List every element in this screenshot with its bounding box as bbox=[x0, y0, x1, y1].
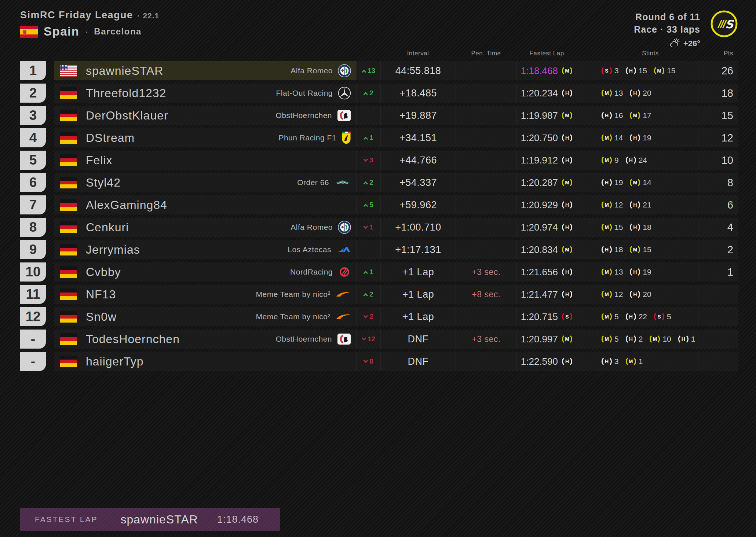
mclaren-logo-icon bbox=[336, 313, 351, 320]
fastest-lap-value: 1:20.929 bbox=[521, 199, 558, 211]
fastest-lap-cell: 1:20.834 M bbox=[516, 240, 577, 259]
row-spacer bbox=[46, 330, 54, 349]
position-change: 1 bbox=[356, 218, 380, 237]
stint-lap-count: 12 bbox=[614, 290, 623, 299]
tire-H-icon: H bbox=[602, 244, 612, 255]
tire-H-icon: H bbox=[626, 334, 636, 344]
fastest-lap-cell: 1:20.929 H bbox=[516, 195, 577, 214]
column-header-pts: Pts bbox=[698, 50, 738, 57]
stint-lap-count: 12 bbox=[614, 201, 623, 209]
tire-H-icon: H bbox=[562, 155, 572, 165]
fastest-lap-time: 1:18.468 bbox=[217, 514, 259, 525]
row-spacer bbox=[46, 218, 54, 237]
driver-cell: Felix bbox=[54, 151, 356, 170]
team-info: Alfa Romeo bbox=[291, 221, 353, 234]
table-row[interactable]: 7 AlexGaming84 5 +59.962 1:20.929 H M12H… bbox=[20, 195, 738, 214]
tire-M-icon: M bbox=[602, 200, 612, 210]
points-value: 26 bbox=[698, 61, 738, 80]
driver-cell: Styl42 Order 66 bbox=[54, 173, 356, 192]
fastest-lap-value: 1:20.287 bbox=[521, 177, 558, 188]
fastest-lap-cell: 1:20.974 H bbox=[516, 218, 577, 237]
tire-H-icon: H bbox=[562, 267, 572, 277]
table-row[interactable]: 3 DerObstKlauer ObstHoernchen +19.887 1:… bbox=[20, 106, 738, 125]
table-row[interactable]: 11 NF13 Meme Team by nico² 2 +1 Lap +8 s… bbox=[20, 285, 738, 304]
de-flag-icon bbox=[60, 311, 77, 323]
league-version: · 22.1 bbox=[138, 11, 160, 20]
row-spacer bbox=[46, 61, 54, 80]
fastest-lap-value: 1:20.715 bbox=[521, 311, 558, 323]
fastest-lap-cell: 1:22.590 H bbox=[516, 352, 577, 371]
table-row[interactable]: 12 Sn0w Meme Team by nico² 2 +1 Lap 1:20… bbox=[20, 307, 738, 326]
table-row[interactable]: 5 Felix 3 +44.766 1:19.912 H M9H24 10 bbox=[20, 151, 738, 170]
driver-cell: DerObstKlauer ObstHoernchen bbox=[54, 106, 356, 125]
tire-M-icon: M bbox=[602, 312, 612, 322]
points-value: 4 bbox=[698, 218, 738, 237]
fastest-lap-cell: 1:20.997 M bbox=[516, 330, 577, 349]
points-value: 15 bbox=[698, 106, 738, 125]
table-row[interactable]: 9 Jerrymias Los Aztecas +1:17.131 1:20.8… bbox=[20, 240, 738, 259]
position-badge: 4 bbox=[20, 128, 46, 147]
stints-cell: M5H22S5 bbox=[577, 307, 698, 326]
position-badge: 12 bbox=[20, 307, 46, 326]
stints-cell: M13H20 bbox=[577, 84, 698, 103]
stint-lap-count: 19 bbox=[643, 133, 651, 142]
stint-lap-count: 15 bbox=[614, 223, 623, 232]
fastest-lap-value: 1:18.468 bbox=[521, 65, 558, 77]
position-change: 2 bbox=[356, 285, 380, 304]
stint-lap-count: 16 bbox=[614, 111, 623, 120]
driver-name: DStream bbox=[86, 131, 135, 145]
fastest-lap-value: 1:20.234 bbox=[521, 88, 558, 99]
tire-S-icon: S bbox=[602, 66, 612, 76]
points-value: 1 bbox=[698, 262, 738, 282]
table-row[interactable]: 1 spawnieSTAR Alfa Romeo 13 44:55.818 1:… bbox=[20, 61, 738, 80]
tire-M-icon: M bbox=[562, 334, 572, 344]
de-flag-icon bbox=[60, 288, 77, 300]
position-change: 1 bbox=[356, 128, 380, 147]
tire-S-icon: S bbox=[654, 312, 664, 322]
table-row[interactable]: - TodesHoernchen ObstHoernchen 12 DNF +3… bbox=[20, 330, 738, 349]
stint-lap-count: 1 bbox=[691, 335, 695, 343]
driver-name: Felix bbox=[86, 154, 113, 167]
tire-M-icon: M bbox=[602, 88, 612, 98]
table-row[interactable]: - haiigerTyp 8 DNF 1:22.590 H H3M1 bbox=[20, 352, 738, 371]
table-row[interactable]: 10 Cvbby NordRacing 1 +1 Lap +3 sec. 1:2… bbox=[20, 262, 738, 282]
tire-M-icon: M bbox=[650, 334, 660, 344]
row-spacer bbox=[46, 240, 54, 259]
tire-H-icon: H bbox=[630, 289, 640, 299]
position-badge: 1 bbox=[20, 61, 46, 80]
position-change: 2 bbox=[356, 307, 380, 326]
results-rows: 1 spawnieSTAR Alfa Romeo 13 44:55.818 1:… bbox=[20, 61, 738, 371]
tire-M-icon: M bbox=[654, 66, 664, 76]
team-name: ObstHoernchen bbox=[275, 335, 332, 343]
session-info: Round 6 of 11 Race · 33 laps +26° bbox=[634, 10, 738, 49]
column-headers: Interval Pen. Time Fastest Lap Stints Pt… bbox=[20, 49, 738, 58]
fastest-lap-cell: 1:20.715 S bbox=[516, 307, 577, 326]
interval-value: +1:17.131 bbox=[380, 240, 456, 259]
column-header-pen-time: Pen. Time bbox=[456, 50, 516, 57]
position-badge: - bbox=[20, 352, 46, 371]
column-header-interval: Interval bbox=[380, 50, 456, 57]
tire-H-icon: H bbox=[630, 222, 640, 232]
penalty-time bbox=[456, 195, 516, 214]
chevron-up-icon bbox=[364, 293, 368, 298]
position-badge: 2 bbox=[20, 84, 46, 103]
driver-name: Sn0w bbox=[86, 310, 117, 324]
interval-value: +34.151 bbox=[380, 128, 456, 147]
penalty-time bbox=[456, 307, 516, 326]
tire-H-icon: H bbox=[626, 312, 636, 322]
driver-cell: TodesHoernchen ObstHoernchen bbox=[54, 330, 356, 349]
stint-lap-count: 10 bbox=[662, 335, 671, 343]
driver-cell: spawnieSTAR Alfa Romeo bbox=[54, 61, 356, 80]
table-row[interactable]: 2 Threefold1232 Flat-Out Racing 2 +18.48… bbox=[20, 84, 738, 103]
interval-value: +1:00.710 bbox=[380, 218, 456, 237]
de-flag-icon bbox=[60, 356, 77, 367]
row-spacer bbox=[46, 128, 54, 147]
interval-value: +1 Lap bbox=[380, 262, 456, 282]
driver-cell: NF13 Meme Team by nico² bbox=[54, 285, 356, 304]
points-value bbox=[698, 330, 738, 349]
table-row[interactable]: 8 Cenkuri Alfa Romeo 1 +1:00.710 1:20.97… bbox=[20, 218, 738, 237]
league-title: SimRC Friday League bbox=[20, 10, 133, 21]
row-spacer bbox=[46, 307, 54, 326]
table-row[interactable]: 4 DStream Phun Racing F1 1 +34.151 1:20.… bbox=[20, 128, 738, 147]
table-row[interactable]: 6 Styl42 Order 66 2 +54.337 1:20.287 M H… bbox=[20, 173, 738, 192]
